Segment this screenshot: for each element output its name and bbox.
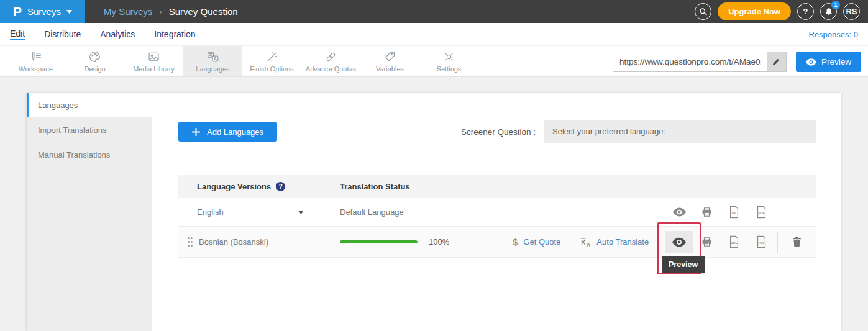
screener-question-select[interactable]: Select your preferred language: <box>544 120 816 143</box>
screener-question-label: Screener Question : <box>461 127 536 137</box>
notification-badge: 1 <box>831 1 840 9</box>
toolbar-item-workspace[interactable]: Workspace <box>6 46 65 76</box>
app-switcher[interactable]: P Surveys <box>0 0 85 23</box>
language-name: English <box>197 207 224 217</box>
eye-icon <box>806 58 816 66</box>
print-language-button[interactable] <box>693 236 720 248</box>
preview-button[interactable]: Preview <box>796 52 861 72</box>
toolbar-item-advance-quotas[interactable]: Advance Quotas <box>301 46 360 76</box>
drag-dots-icon <box>187 237 193 247</box>
topbar-actions: Upgrade Now ? 1 RS <box>695 2 868 20</box>
tab-distribute[interactable]: Distribute <box>44 29 81 40</box>
pdf-file-icon: PDF <box>756 235 767 248</box>
eye-hover-background <box>665 231 693 253</box>
toolbar-item-variables[interactable]: Variables <box>360 46 419 76</box>
get-quote-button[interactable]: $ Get Quote <box>513 237 560 247</box>
language-cell: Bosnian (Bosanski) <box>178 237 340 247</box>
upgrade-now-button[interactable]: Upgrade Now <box>718 2 791 20</box>
svg-text:DOC: DOC <box>730 241 737 245</box>
add-languages-button[interactable]: Add Languages <box>178 122 277 142</box>
trash-icon <box>792 236 802 248</box>
translation-progress-fill <box>340 240 418 243</box>
survey-toolbar: Workspace Design Media Library Languages… <box>0 45 868 77</box>
header-language-versions: Language Versions ? <box>178 182 340 191</box>
palette-icon <box>88 50 101 63</box>
dollar-icon: $ <box>513 237 518 247</box>
survey-url-input[interactable] <box>613 52 767 71</box>
toolbar-item-media-library[interactable]: Media Library <box>124 46 183 76</box>
survey-url-box <box>613 52 787 72</box>
questionpro-logo: P <box>13 5 22 18</box>
tab-analytics[interactable]: Analytics <box>100 29 135 40</box>
avatar[interactable]: RS <box>843 3 860 20</box>
language-dropdown-caret[interactable] <box>298 211 304 214</box>
page-background: Languages Import Translations Manual Tra… <box>0 77 868 331</box>
search-button[interactable] <box>695 3 711 20</box>
delete-language-button[interactable] <box>777 232 816 253</box>
toolbar-item-design[interactable]: Design <box>65 46 124 76</box>
plus-icon <box>192 128 200 136</box>
printer-icon <box>701 236 713 248</box>
translation-progress-label: 100% <box>429 237 449 247</box>
print-language-button[interactable] <box>693 206 720 218</box>
eye-icon <box>672 237 686 247</box>
panel-header-row: Add Languages Screener Question : Select… <box>178 120 816 143</box>
help-button[interactable]: ? <box>797 3 814 20</box>
language-versions-table: Language Versions ? Translation Status E… <box>178 175 816 258</box>
row-actions: DOC PDF <box>665 202 816 223</box>
svg-text:A: A <box>587 242 590 248</box>
notifications: 1 <box>820 3 837 20</box>
nav-tab-bar: Edit Distribute Analytics Integration Re… <box>0 23 868 45</box>
pdf-file-icon: PDF <box>756 206 767 219</box>
tag-icon <box>383 50 396 63</box>
toolbar-right: Preview <box>613 52 861 72</box>
tab-integration[interactable]: Integration <box>154 29 195 40</box>
toolbar-item-finish-options[interactable]: Finish Options <box>242 46 301 76</box>
translation-progress-cell: 100% <box>340 237 483 247</box>
chevron-down-icon <box>298 211 304 214</box>
table-header-row: Language Versions ? Translation Status <box>178 175 816 198</box>
settings-sidebar: Languages Import Translations Manual Tra… <box>27 93 152 331</box>
sidebar-item-languages[interactable]: Languages <box>27 93 152 117</box>
toolbar-item-languages[interactable]: Languages <box>183 46 242 76</box>
auto-translate-button[interactable]: A Auto Translate <box>579 237 649 248</box>
export-doc-button[interactable]: DOC <box>720 206 747 219</box>
language-name: Bosnian (Bosanski) <box>199 237 268 247</box>
export-pdf-button[interactable]: PDF <box>747 235 775 248</box>
wand-icon <box>265 50 278 63</box>
doc-file-icon: DOC <box>728 235 740 248</box>
preview-language-button[interactable] <box>665 207 693 217</box>
svg-text:PDF: PDF <box>758 241 764 245</box>
page-title: Survey Question <box>169 6 238 17</box>
preview-language-button-highlighted[interactable]: Preview <box>665 231 693 253</box>
section-divider <box>178 170 816 170</box>
export-pdf-button[interactable]: PDF <box>747 206 775 219</box>
table-row-english: English Default Language <box>178 198 816 227</box>
languages-card: Languages Import Translations Manual Tra… <box>27 93 841 331</box>
edit-url-button[interactable] <box>767 52 786 71</box>
svg-text:DOC: DOC <box>730 211 737 215</box>
header-translation-status: Translation Status <box>340 182 483 191</box>
pencil-icon <box>772 58 780 66</box>
language-cell: English <box>178 207 340 217</box>
preview-tooltip: Preview <box>662 256 705 273</box>
gear-icon <box>442 50 455 63</box>
languages-panel: Add Languages Screener Question : Select… <box>152 93 841 331</box>
doc-file-icon: DOC <box>728 206 740 219</box>
topbar: P Surveys My Surveys › Survey Question U… <box>0 0 868 23</box>
translation-progress-bar <box>340 240 418 243</box>
sidebar-item-import-translations[interactable]: Import Translations <box>27 117 152 142</box>
breadcrumb-parent[interactable]: My Surveys <box>104 6 152 17</box>
row-actions: Preview DOC PDF <box>665 231 816 253</box>
drag-handle[interactable] <box>187 237 193 247</box>
help-icon[interactable]: ? <box>276 182 285 191</box>
export-doc-button[interactable]: DOC <box>720 235 747 248</box>
image-icon <box>147 50 160 63</box>
printer-icon <box>701 206 713 218</box>
bell-icon <box>825 7 833 16</box>
toolbar-item-settings[interactable]: Settings <box>419 46 478 76</box>
sidebar-item-manual-translations[interactable]: Manual Translations <box>27 142 152 167</box>
tab-edit[interactable]: Edit <box>10 29 25 40</box>
translate-icon <box>206 50 219 63</box>
chain-link-icon <box>324 50 337 63</box>
